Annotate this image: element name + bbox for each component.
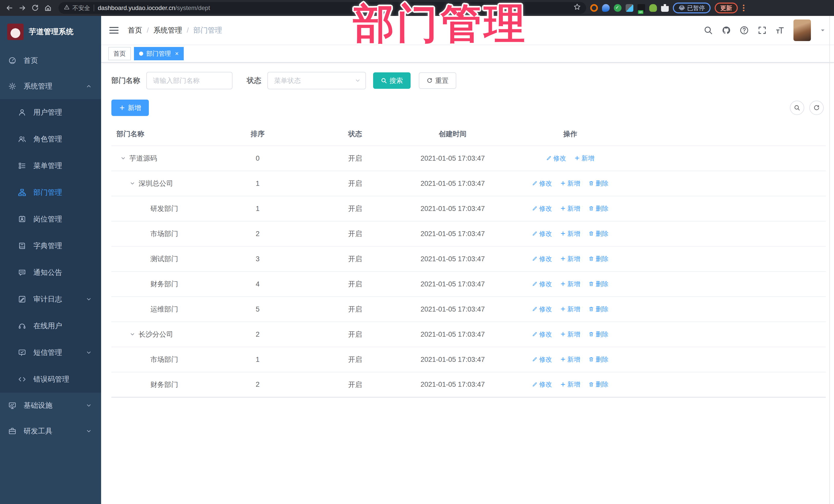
add-link[interactable]: 新增 [560,255,580,263]
sidebar-item-13[interactable]: 基础设施 [0,393,101,418]
delete-link[interactable]: 删除 [588,229,609,238]
pencil-icon [532,381,537,387]
pencil-icon [532,331,537,337]
close-icon[interactable]: × [175,50,179,57]
sidebar-item-label: 部门管理 [34,188,62,197]
sidebar-item-10[interactable]: 在线用户 [0,312,101,339]
chevron-down-icon[interactable] [820,27,826,34]
extension-icon[interactable] [649,4,657,12]
sidebar-item-6[interactable]: 岗位管理 [0,206,101,233]
delete-link[interactable]: 删除 [588,179,609,188]
edit-link[interactable]: 修改 [532,355,552,364]
reload-icon[interactable] [31,4,40,12]
add-link[interactable]: 新增 [560,305,580,313]
table-row: 芋道源码0开启2021-01-05 17:03:47修改新增 [111,146,826,171]
delete-link[interactable]: 删除 [588,280,609,288]
extension-icon[interactable] [637,4,645,12]
update-button[interactable]: 更新 [715,3,738,13]
tree-expand-icon[interactable] [129,180,135,187]
add-link[interactable]: 新增 [560,330,580,338]
search-button[interactable]: 搜索 [373,72,411,89]
add-link[interactable]: 新增 [560,179,580,188]
security-warning[interactable]: 不安全 [64,4,90,12]
font-size-icon[interactable] [775,26,785,35]
sidebar-item-7[interactable]: 字典管理 [0,233,101,259]
tab-dept-active[interactable]: 部门管理 × [134,47,184,60]
edit-link[interactable]: 修改 [532,330,552,338]
add-link[interactable]: 新增 [560,355,580,364]
delete-link[interactable]: 删除 [588,255,609,263]
user-avatar[interactable] [793,20,811,41]
status-select[interactable]: 菜单状态 [267,72,366,89]
trash-icon [588,356,594,362]
edit-link[interactable]: 修改 [532,305,552,313]
tab-home[interactable]: 首页 [108,47,131,60]
breadcrumb-home[interactable]: 首页 [128,25,142,35]
sidebar-item-0[interactable]: 首页 [0,48,101,73]
edit-link[interactable]: 修改 [532,229,552,238]
warning-icon [64,4,70,12]
extension-icon[interactable] [614,4,621,12]
bookmark-star-icon[interactable] [573,3,581,13]
tree-expand-icon[interactable] [120,155,126,161]
sidebar-item-5[interactable]: 部门管理 [0,179,101,206]
app-logo-row[interactable]: 芋道管理系统 [0,16,101,48]
sidebar-item-9[interactable]: 审计日志 [0,286,101,312]
scrollbar-track[interactable] [829,16,830,504]
edit-link[interactable]: 修改 [532,255,552,263]
search-icon[interactable] [704,26,713,35]
edit-link[interactable]: 修改 [532,280,552,288]
refresh-button[interactable] [809,101,824,115]
dept-sort: 2 [209,322,306,347]
github-icon[interactable] [722,26,731,35]
add-link[interactable]: 新增 [560,280,580,288]
add-link[interactable]: 新增 [560,229,580,238]
delete-link[interactable]: 删除 [588,305,609,313]
tree-expand-icon[interactable] [129,331,135,337]
back-icon[interactable] [5,4,14,12]
edit-link[interactable]: 修改 [532,380,552,389]
dept-name-input[interactable] [146,72,233,89]
plus-icon [560,306,566,312]
edit-link[interactable]: 修改 [532,179,552,188]
reset-button[interactable]: 重置 [419,72,456,89]
home-icon[interactable] [44,4,52,12]
browser-menu-icon[interactable] [743,5,744,11]
edit-link[interactable]: 修改 [532,204,552,213]
sidebar-item-label: 通知公告 [34,268,62,278]
extension-icon[interactable] [590,4,598,12]
toggle-search-button[interactable] [790,101,804,115]
extension-icon[interactable] [626,4,633,12]
table-header-row: 部门名称 排序 状态 创建时间 操作 [111,122,826,146]
sidebar-item-1[interactable]: 系统管理 [0,73,101,99]
delete-link[interactable]: 删除 [588,355,609,364]
fullscreen-icon[interactable] [758,26,767,35]
dept-sort: 4 [209,271,306,297]
help-icon[interactable] [740,26,749,35]
toolbox-icon [8,427,17,435]
edit-link[interactable]: 修改 [546,154,566,162]
sidebar-item-2[interactable]: 用户管理 [0,99,101,126]
delete-link[interactable]: 删除 [588,204,609,213]
sidebar-item-8[interactable]: 通知公告 [0,259,101,286]
sidebar-item-11[interactable]: 短信管理 [0,339,101,366]
hamburger-icon[interactable] [109,27,118,34]
paused-chip[interactable]: 😂 已暂停 [673,3,710,13]
sidebar-item-3[interactable]: 角色管理 [0,126,101,152]
breadcrumb-system[interactable]: 系统管理 [153,25,182,35]
delete-link[interactable]: 删除 [588,330,609,338]
sidebar-item-12[interactable]: 错误码管理 [0,366,101,393]
add-button[interactable]: 新增 [111,100,149,116]
sidebar-item-4[interactable]: 菜单管理 [0,152,101,179]
add-link[interactable]: 新增 [560,380,580,389]
add-link[interactable]: 新增 [560,204,580,213]
url-host: dashboard.yudao.iocoder.cn [98,4,175,11]
extension-icon[interactable] [602,4,610,12]
add-link[interactable]: 新增 [574,154,594,162]
sidebar-item-14[interactable]: 研发工具 [0,418,101,444]
org-tree-icon [18,188,26,197]
forward-icon[interactable] [18,4,27,12]
delete-link[interactable]: 删除 [588,380,609,389]
extensions-puzzle-icon[interactable] [661,4,669,12]
dept-create-time: 2021-01-05 17:03:47 [404,322,501,347]
